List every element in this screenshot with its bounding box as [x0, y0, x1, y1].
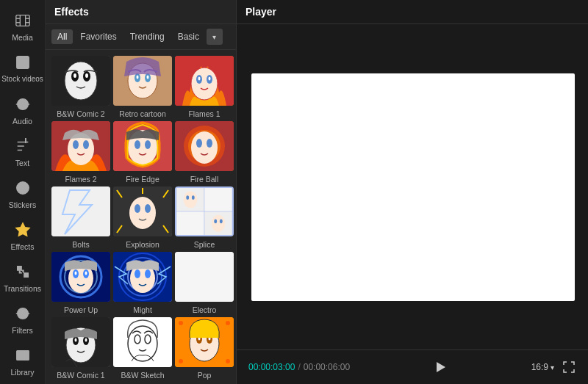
effect-name-bwsketch: B&W Sketch — [121, 371, 165, 380]
svg-text:T: T — [23, 138, 29, 145]
svg-point-47 — [191, 131, 218, 164]
sidebar-item-effects-label: Effects — [11, 242, 35, 251]
effect-name-flames2: Flames 2 — [65, 175, 96, 184]
effect-thumb-explosion — [113, 186, 172, 236]
time-separator: / — [298, 362, 300, 372]
svg-point-48 — [196, 139, 202, 148]
effects-panel: Effects All Favorites Trending Basic ▾ — [46, 0, 237, 384]
svg-point-31 — [191, 68, 218, 100]
tab-favorites[interactable]: Favorites — [74, 29, 122, 44]
svg-point-61 — [186, 195, 189, 200]
svg-point-96 — [179, 321, 183, 325]
effect-thumb-flames2 — [51, 121, 110, 171]
svg-point-22 — [74, 73, 76, 78]
effect-explosion[interactable]: Explosion — [113, 186, 172, 249]
player-canvas — [251, 73, 575, 301]
player-panel: Player 00:00:03:00 / 00:00:06:00 16:9 ▾ — [237, 0, 588, 384]
sidebar-item-text-label: Text — [15, 159, 29, 167]
effect-powerup[interactable]: Power Up — [51, 252, 110, 314]
svg-rect-17 — [16, 351, 29, 361]
effect-thumb-bolts — [51, 186, 110, 236]
sidebar-item-filters-label: Filters — [12, 326, 33, 335]
aspect-ratio-chevron: ▾ — [551, 363, 554, 372]
effect-name-bolts: Bolts — [72, 240, 89, 249]
more-tabs-button[interactable]: ▾ — [207, 29, 223, 45]
sidebar-item-transitions-label: Transitions — [4, 284, 41, 293]
svg-point-71 — [85, 272, 87, 275]
sidebar-item-library[interactable]: Library — [0, 341, 45, 383]
play-button[interactable] — [429, 356, 451, 378]
transitions-icon — [14, 263, 32, 280]
svg-point-97 — [226, 321, 230, 325]
svg-rect-7 — [16, 57, 29, 69]
sidebar-item-stock[interactable]: Stock videos — [0, 48, 45, 90]
sidebar: Media Stock videos Audio T Text Stickers… — [0, 0, 46, 384]
effects-panel-title: Effects — [46, 0, 236, 24]
effect-name-electro: Electro — [193, 305, 217, 314]
effect-pop[interactable]: Pop — [175, 317, 234, 380]
effect-retro[interactable]: Retro cartoon — [113, 56, 172, 118]
filter-tabs: All Favorites Trending Basic ▾ — [46, 24, 236, 50]
effect-flames2[interactable]: Flames 2 — [51, 121, 110, 184]
effect-name-fire-edge: Fire Edge — [126, 175, 159, 184]
effect-bolts[interactable]: Bolts — [51, 186, 110, 249]
svg-point-49 — [207, 139, 212, 148]
tab-trending[interactable]: Trending — [124, 29, 171, 44]
effect-bwsketch[interactable]: B&W Sketch — [113, 317, 172, 380]
tab-basic[interactable]: Basic — [172, 29, 205, 44]
fullscreen-button[interactable] — [560, 358, 578, 376]
effect-name-bw-comic2: B&W Comic 2 — [57, 109, 104, 118]
text-icon: T — [14, 137, 32, 155]
stock-icon — [14, 54, 32, 71]
effect-might[interactable]: Might — [113, 252, 172, 314]
effect-bw-comic2[interactable]: B&W Comic 2 — [51, 56, 110, 118]
svg-point-13 — [24, 185, 25, 186]
effect-name-splice: Splice — [194, 240, 215, 249]
sidebar-item-audio-label: Audio — [12, 117, 32, 126]
svg-marker-14 — [15, 223, 29, 236]
time-total: 00:00:06:00 — [304, 362, 350, 372]
effect-electro[interactable]: Electro — [175, 252, 234, 314]
sidebar-item-text[interactable]: T Text — [0, 131, 45, 173]
effect-flames1[interactable]: Flames 1 — [175, 56, 234, 118]
effect-name-fireball: Fire Ball — [190, 175, 219, 184]
effect-fire-edge[interactable]: Fire Edge — [113, 121, 172, 184]
sidebar-item-library-label: Library — [10, 368, 34, 377]
stickers-icon — [14, 179, 32, 197]
library-icon — [14, 347, 32, 364]
effect-thumb-bw-comic2 — [51, 56, 110, 106]
audio-icon — [14, 95, 32, 113]
svg-rect-50 — [51, 186, 110, 236]
svg-point-42 — [135, 140, 140, 149]
effect-name-flames1: Flames 1 — [188, 109, 220, 118]
player-viewport — [237, 24, 588, 349]
effect-splice[interactable]: Splice — [175, 186, 234, 249]
effect-thumb-flames1 — [175, 56, 234, 106]
time-current: 00:00:03:00 — [248, 362, 295, 372]
effect-name-bw1: B&W Comic 1 — [57, 371, 104, 380]
effect-name-might: Might — [133, 305, 152, 314]
sidebar-item-audio[interactable]: Audio — [0, 90, 45, 131]
effect-thumb-electro — [175, 252, 234, 302]
svg-point-62 — [192, 195, 195, 200]
effect-thumb-might — [113, 252, 172, 302]
tab-all[interactable]: All — [51, 29, 73, 44]
effect-thumb-powerup — [51, 252, 110, 302]
player-controls: 00:00:03:00 / 00:00:06:00 16:9 ▾ — [237, 349, 588, 384]
effect-fireball[interactable]: Fire Ball — [175, 121, 234, 184]
sidebar-item-media[interactable]: Media — [0, 6, 45, 48]
film-icon — [14, 12, 32, 29]
sidebar-item-transitions[interactable]: Transitions — [0, 257, 45, 299]
player-header: Player — [237, 0, 588, 24]
effect-bw1[interactable]: B&W Comic 1 — [51, 317, 110, 380]
aspect-ratio-label: 16:9 — [531, 362, 548, 372]
sidebar-item-stickers[interactable]: Stickers — [0, 173, 45, 215]
effect-name-powerup: Power Up — [64, 305, 98, 314]
effect-thumb-fireball — [175, 121, 234, 171]
svg-point-70 — [75, 272, 77, 275]
sidebar-item-filters[interactable]: Filters — [0, 299, 45, 341]
svg-point-38 — [73, 140, 79, 149]
svg-point-77 — [135, 269, 140, 278]
sidebar-item-effects[interactable]: Effects — [0, 215, 45, 257]
aspect-ratio-selector[interactable]: 16:9 ▾ — [531, 362, 554, 372]
